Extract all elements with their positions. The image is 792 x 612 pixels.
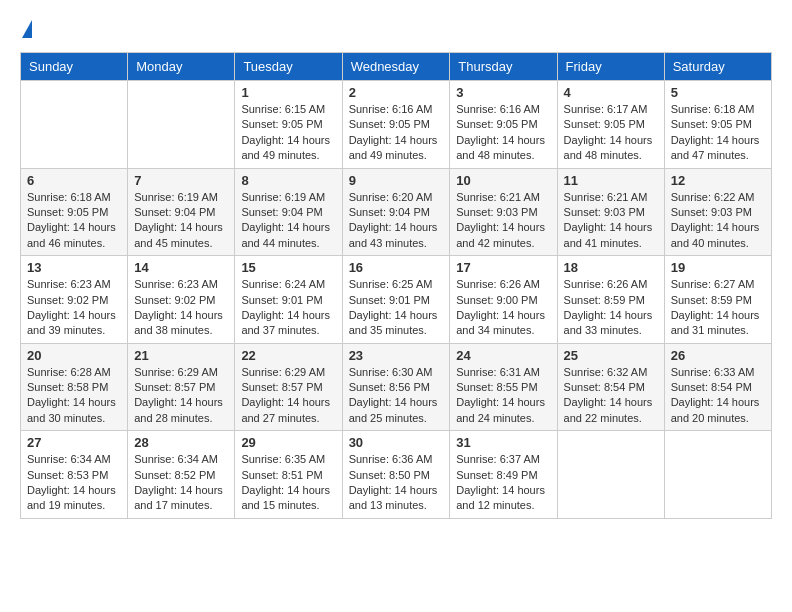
day-number: 13 bbox=[27, 260, 121, 275]
day-info: Sunrise: 6:21 AM Sunset: 9:03 PM Dayligh… bbox=[456, 190, 550, 252]
day-info: Sunrise: 6:36 AM Sunset: 8:50 PM Dayligh… bbox=[349, 452, 444, 514]
header-saturday: Saturday bbox=[664, 53, 771, 81]
logo-triangle-icon bbox=[22, 20, 32, 38]
day-info: Sunrise: 6:23 AM Sunset: 9:02 PM Dayligh… bbox=[27, 277, 121, 339]
header-tuesday: Tuesday bbox=[235, 53, 342, 81]
day-number: 8 bbox=[241, 173, 335, 188]
week-row-4: 20Sunrise: 6:28 AM Sunset: 8:58 PM Dayli… bbox=[21, 343, 772, 431]
day-number: 20 bbox=[27, 348, 121, 363]
day-number: 19 bbox=[671, 260, 765, 275]
day-number: 25 bbox=[564, 348, 658, 363]
calendar-cell: 13Sunrise: 6:23 AM Sunset: 9:02 PM Dayli… bbox=[21, 256, 128, 344]
header-sunday: Sunday bbox=[21, 53, 128, 81]
day-number: 10 bbox=[456, 173, 550, 188]
day-info: Sunrise: 6:27 AM Sunset: 8:59 PM Dayligh… bbox=[671, 277, 765, 339]
calendar-cell: 11Sunrise: 6:21 AM Sunset: 9:03 PM Dayli… bbox=[557, 168, 664, 256]
day-info: Sunrise: 6:32 AM Sunset: 8:54 PM Dayligh… bbox=[564, 365, 658, 427]
day-number: 6 bbox=[27, 173, 121, 188]
day-number: 11 bbox=[564, 173, 658, 188]
day-number: 7 bbox=[134, 173, 228, 188]
day-info: Sunrise: 6:18 AM Sunset: 9:05 PM Dayligh… bbox=[27, 190, 121, 252]
day-info: Sunrise: 6:21 AM Sunset: 9:03 PM Dayligh… bbox=[564, 190, 658, 252]
day-number: 27 bbox=[27, 435, 121, 450]
day-number: 24 bbox=[456, 348, 550, 363]
day-info: Sunrise: 6:37 AM Sunset: 8:49 PM Dayligh… bbox=[456, 452, 550, 514]
day-info: Sunrise: 6:34 AM Sunset: 8:53 PM Dayligh… bbox=[27, 452, 121, 514]
calendar-cell bbox=[128, 81, 235, 169]
calendar-cell: 17Sunrise: 6:26 AM Sunset: 9:00 PM Dayli… bbox=[450, 256, 557, 344]
header-monday: Monday bbox=[128, 53, 235, 81]
day-info: Sunrise: 6:26 AM Sunset: 8:59 PM Dayligh… bbox=[564, 277, 658, 339]
calendar-cell: 3Sunrise: 6:16 AM Sunset: 9:05 PM Daylig… bbox=[450, 81, 557, 169]
day-number: 16 bbox=[349, 260, 444, 275]
day-info: Sunrise: 6:22 AM Sunset: 9:03 PM Dayligh… bbox=[671, 190, 765, 252]
day-number: 12 bbox=[671, 173, 765, 188]
day-number: 22 bbox=[241, 348, 335, 363]
calendar-cell: 6Sunrise: 6:18 AM Sunset: 9:05 PM Daylig… bbox=[21, 168, 128, 256]
calendar-cell: 8Sunrise: 6:19 AM Sunset: 9:04 PM Daylig… bbox=[235, 168, 342, 256]
calendar-cell: 27Sunrise: 6:34 AM Sunset: 8:53 PM Dayli… bbox=[21, 431, 128, 519]
day-number: 30 bbox=[349, 435, 444, 450]
header-thursday: Thursday bbox=[450, 53, 557, 81]
day-info: Sunrise: 6:29 AM Sunset: 8:57 PM Dayligh… bbox=[241, 365, 335, 427]
day-number: 21 bbox=[134, 348, 228, 363]
day-number: 17 bbox=[456, 260, 550, 275]
calendar-cell bbox=[557, 431, 664, 519]
calendar-cell: 31Sunrise: 6:37 AM Sunset: 8:49 PM Dayli… bbox=[450, 431, 557, 519]
day-info: Sunrise: 6:29 AM Sunset: 8:57 PM Dayligh… bbox=[134, 365, 228, 427]
day-number: 28 bbox=[134, 435, 228, 450]
week-row-1: 1Sunrise: 6:15 AM Sunset: 9:05 PM Daylig… bbox=[21, 81, 772, 169]
calendar-cell: 15Sunrise: 6:24 AM Sunset: 9:01 PM Dayli… bbox=[235, 256, 342, 344]
logo bbox=[20, 20, 32, 42]
calendar-table: SundayMondayTuesdayWednesdayThursdayFrid… bbox=[20, 52, 772, 519]
day-number: 14 bbox=[134, 260, 228, 275]
day-info: Sunrise: 6:26 AM Sunset: 9:00 PM Dayligh… bbox=[456, 277, 550, 339]
day-info: Sunrise: 6:17 AM Sunset: 9:05 PM Dayligh… bbox=[564, 102, 658, 164]
day-info: Sunrise: 6:30 AM Sunset: 8:56 PM Dayligh… bbox=[349, 365, 444, 427]
week-row-5: 27Sunrise: 6:34 AM Sunset: 8:53 PM Dayli… bbox=[21, 431, 772, 519]
calendar-cell: 18Sunrise: 6:26 AM Sunset: 8:59 PM Dayli… bbox=[557, 256, 664, 344]
calendar-cell bbox=[21, 81, 128, 169]
day-info: Sunrise: 6:18 AM Sunset: 9:05 PM Dayligh… bbox=[671, 102, 765, 164]
day-info: Sunrise: 6:20 AM Sunset: 9:04 PM Dayligh… bbox=[349, 190, 444, 252]
calendar-cell bbox=[664, 431, 771, 519]
header-friday: Friday bbox=[557, 53, 664, 81]
calendar-cell: 9Sunrise: 6:20 AM Sunset: 9:04 PM Daylig… bbox=[342, 168, 450, 256]
day-info: Sunrise: 6:25 AM Sunset: 9:01 PM Dayligh… bbox=[349, 277, 444, 339]
calendar-cell: 23Sunrise: 6:30 AM Sunset: 8:56 PM Dayli… bbox=[342, 343, 450, 431]
day-number: 1 bbox=[241, 85, 335, 100]
calendar-cell: 29Sunrise: 6:35 AM Sunset: 8:51 PM Dayli… bbox=[235, 431, 342, 519]
day-number: 26 bbox=[671, 348, 765, 363]
calendar-cell: 12Sunrise: 6:22 AM Sunset: 9:03 PM Dayli… bbox=[664, 168, 771, 256]
day-info: Sunrise: 6:19 AM Sunset: 9:04 PM Dayligh… bbox=[134, 190, 228, 252]
day-info: Sunrise: 6:33 AM Sunset: 8:54 PM Dayligh… bbox=[671, 365, 765, 427]
day-info: Sunrise: 6:35 AM Sunset: 8:51 PM Dayligh… bbox=[241, 452, 335, 514]
day-number: 31 bbox=[456, 435, 550, 450]
calendar-cell: 22Sunrise: 6:29 AM Sunset: 8:57 PM Dayli… bbox=[235, 343, 342, 431]
calendar-cell: 21Sunrise: 6:29 AM Sunset: 8:57 PM Dayli… bbox=[128, 343, 235, 431]
calendar-cell: 16Sunrise: 6:25 AM Sunset: 9:01 PM Dayli… bbox=[342, 256, 450, 344]
calendar-cell: 5Sunrise: 6:18 AM Sunset: 9:05 PM Daylig… bbox=[664, 81, 771, 169]
calendar-cell: 1Sunrise: 6:15 AM Sunset: 9:05 PM Daylig… bbox=[235, 81, 342, 169]
day-info: Sunrise: 6:24 AM Sunset: 9:01 PM Dayligh… bbox=[241, 277, 335, 339]
page-header bbox=[20, 20, 772, 42]
day-number: 18 bbox=[564, 260, 658, 275]
calendar-cell: 14Sunrise: 6:23 AM Sunset: 9:02 PM Dayli… bbox=[128, 256, 235, 344]
calendar-cell: 30Sunrise: 6:36 AM Sunset: 8:50 PM Dayli… bbox=[342, 431, 450, 519]
day-number: 29 bbox=[241, 435, 335, 450]
calendar-cell: 7Sunrise: 6:19 AM Sunset: 9:04 PM Daylig… bbox=[128, 168, 235, 256]
day-info: Sunrise: 6:28 AM Sunset: 8:58 PM Dayligh… bbox=[27, 365, 121, 427]
day-info: Sunrise: 6:16 AM Sunset: 9:05 PM Dayligh… bbox=[456, 102, 550, 164]
calendar-cell: 26Sunrise: 6:33 AM Sunset: 8:54 PM Dayli… bbox=[664, 343, 771, 431]
calendar-cell: 2Sunrise: 6:16 AM Sunset: 9:05 PM Daylig… bbox=[342, 81, 450, 169]
calendar-cell: 20Sunrise: 6:28 AM Sunset: 8:58 PM Dayli… bbox=[21, 343, 128, 431]
day-number: 2 bbox=[349, 85, 444, 100]
day-number: 9 bbox=[349, 173, 444, 188]
day-info: Sunrise: 6:23 AM Sunset: 9:02 PM Dayligh… bbox=[134, 277, 228, 339]
day-number: 15 bbox=[241, 260, 335, 275]
day-number: 23 bbox=[349, 348, 444, 363]
calendar-cell: 19Sunrise: 6:27 AM Sunset: 8:59 PM Dayli… bbox=[664, 256, 771, 344]
day-number: 4 bbox=[564, 85, 658, 100]
header-wednesday: Wednesday bbox=[342, 53, 450, 81]
day-info: Sunrise: 6:15 AM Sunset: 9:05 PM Dayligh… bbox=[241, 102, 335, 164]
